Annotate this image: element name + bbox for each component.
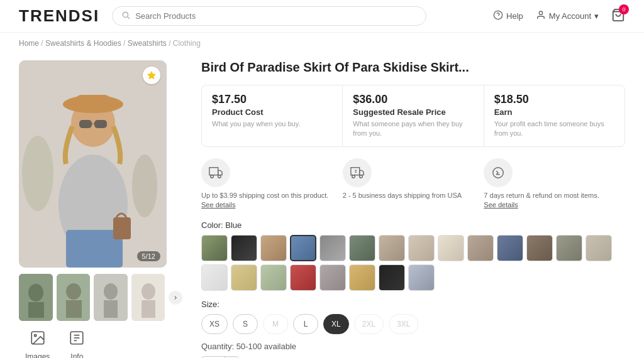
color-label: Color: Blue: [201, 220, 625, 230]
account-icon: [536, 10, 546, 22]
color-swatch-7[interactable]: [379, 235, 405, 261]
favorite-button[interactable]: [143, 67, 160, 84]
info-icon: [69, 330, 85, 350]
breadcrumb-sweatshirts[interactable]: Sweatshirts: [128, 39, 167, 48]
account-button[interactable]: My Account ▾: [536, 10, 599, 22]
color-grid: [201, 235, 625, 291]
color-swatch-20[interactable]: [349, 264, 375, 291]
size-options: XS S M L XL 2XL 3XL: [201, 314, 625, 334]
color-swatch-10[interactable]: [467, 235, 494, 261]
color-swatch-1[interactable]: [201, 235, 228, 261]
color-swatch-6[interactable]: [349, 235, 375, 261]
price-resale-cell: $36.00 Suggested Resale Price What someo…: [343, 85, 484, 146]
search-icon: [121, 11, 130, 21]
ship-days-cell: 2 - 5 business days shipping from USA: [343, 158, 484, 210]
svg-point-32: [34, 335, 36, 337]
size-3xl[interactable]: 3XL: [389, 314, 418, 334]
svg-point-44: [359, 175, 362, 178]
color-swatch-13[interactable]: [556, 235, 582, 261]
resale-amount: $36.00: [353, 93, 473, 106]
delivery-icon: [343, 158, 372, 187]
resale-label: Suggested Resale Price: [353, 107, 473, 117]
tab-info[interactable]: Info: [69, 330, 85, 358]
breadcrumb-sweatshirts-hoodies[interactable]: Sweatshirts & Hoodies: [45, 39, 121, 48]
price-cost-cell: $17.50 Product Cost What you pay when yo…: [202, 85, 343, 146]
svg-point-8: [132, 155, 157, 217]
tab-images[interactable]: Images: [25, 330, 50, 358]
color-swatch-22[interactable]: [408, 264, 435, 291]
color-swatch-14[interactable]: [586, 235, 612, 261]
svg-point-0: [123, 12, 128, 17]
size-xl[interactable]: XL: [323, 314, 349, 334]
color-swatch-12[interactable]: [526, 235, 553, 261]
svg-line-1: [128, 17, 130, 19]
images-icon: [30, 330, 46, 350]
color-swatch-18[interactable]: [290, 264, 316, 291]
color-swatch-8[interactable]: [408, 235, 435, 261]
quantity-section: Quantity: 50-100 available ▲ ▼: [201, 342, 625, 358]
main-content: 5/12 Imag: [0, 54, 644, 358]
ship-return-cell: 7 days return & refund on most items. Se…: [484, 158, 625, 210]
ship-days-text: 2 - 5 business days shipping from USA: [343, 191, 462, 200]
color-swatch-5[interactable]: [319, 235, 346, 261]
tab-images-label: Images: [25, 352, 50, 358]
ship-cost-cell: Up to $3.99 shipping cost on this produc…: [201, 158, 343, 210]
shipping-truck-icon: [201, 158, 230, 187]
svg-marker-18: [148, 72, 155, 79]
help-icon: [493, 10, 503, 22]
chevron-down-icon: ▾: [594, 11, 599, 21]
breadcrumb: Home / Sweatshirts & Hoodies / Sweatshir…: [0, 33, 644, 54]
cart-badge: 0: [619, 4, 629, 14]
quantity-input-wrap: ▲ ▼: [201, 356, 239, 358]
color-swatch-4[interactable]: [290, 235, 316, 261]
svg-rect-13: [74, 95, 112, 111]
return-link[interactable]: See details: [484, 201, 518, 209]
svg-rect-15: [94, 120, 107, 128]
thumbnail-next-button[interactable]: [169, 291, 182, 305]
color-swatch-11[interactable]: [497, 235, 523, 261]
color-swatch-21[interactable]: [379, 264, 405, 291]
color-swatch-3[interactable]: [260, 235, 287, 261]
svg-rect-24: [66, 300, 82, 318]
search-bar[interactable]: [112, 6, 426, 26]
shipping-row: Up to $3.99 shipping cost on this produc…: [201, 158, 625, 210]
svg-rect-17: [113, 217, 131, 239]
breadcrumb-home[interactable]: Home: [19, 39, 39, 48]
earn-label: Earn: [494, 107, 614, 117]
thumbnail-3[interactable]: [94, 274, 128, 321]
price-row: $17.50 Product Cost What you pay when yo…: [201, 85, 625, 147]
thumbnail-1[interactable]: [19, 274, 53, 321]
image-section: 5/12 Imag: [19, 60, 182, 358]
size-l[interactable]: L: [293, 314, 318, 334]
size-s[interactable]: S: [233, 314, 258, 334]
color-swatch-2[interactable]: [231, 235, 257, 261]
bottom-tabs: Images Info: [19, 330, 182, 358]
svg-point-7: [22, 136, 53, 211]
logo: TRENDSI: [19, 6, 99, 26]
search-input[interactable]: [135, 11, 417, 21]
color-swatch-15[interactable]: [201, 264, 228, 291]
thumbnail-2[interactable]: [57, 274, 91, 321]
size-xs[interactable]: XS: [201, 314, 228, 334]
size-m[interactable]: M: [263, 314, 288, 334]
color-swatch-19[interactable]: [319, 264, 346, 291]
thumbnail-strip: [19, 274, 182, 321]
color-swatch-17[interactable]: [260, 264, 287, 291]
cost-desc: What you pay when you buy.: [212, 119, 332, 129]
size-2xl[interactable]: 2XL: [354, 314, 384, 334]
svg-marker-42: [359, 170, 363, 175]
size-label: Size:: [201, 300, 625, 309]
thumbnail-4[interactable]: [131, 274, 165, 321]
svg-rect-37: [209, 168, 218, 175]
svg-rect-27: [104, 300, 118, 318]
ship-cost-link[interactable]: See details: [201, 201, 235, 209]
header: TRENDSI Help My Account ▾ 0: [0, 0, 644, 33]
svg-point-26: [104, 283, 118, 300]
color-swatch-16[interactable]: [231, 264, 257, 291]
svg-point-20: [28, 284, 43, 301]
resale-desc: What someone pays when they buy from you…: [353, 119, 473, 139]
help-button[interactable]: Help: [493, 10, 523, 22]
cart-button[interactable]: 0: [611, 8, 625, 24]
color-swatch-9[interactable]: [438, 235, 464, 261]
main-product-image: 5/12: [19, 60, 167, 268]
